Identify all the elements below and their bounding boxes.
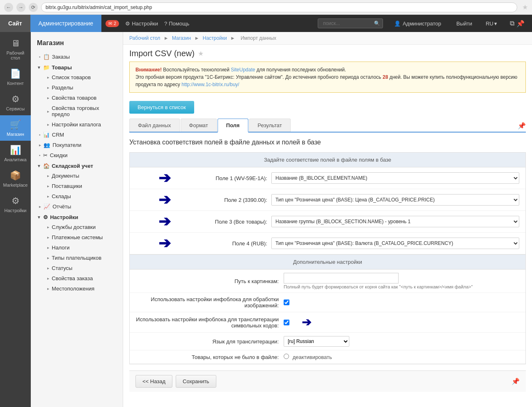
transliteration-lang-row: Язык для транслитерации: [ru] Russian xyxy=(130,333,525,350)
analytics-icon: 📊 xyxy=(10,145,21,155)
tab-file-data[interactable]: Файл данных xyxy=(129,119,180,132)
sidebar-section-products[interactable]: ▼ 📁 Товары xyxy=(31,62,123,72)
window-icon[interactable]: ⧉ xyxy=(510,20,514,27)
missing-items-radio[interactable] xyxy=(284,354,289,359)
field-select-3[interactable]: Название группы (B_IBLOCK_SECTION.NAME) … xyxy=(271,216,519,227)
browser-bar: ← → ⟳ ★ xyxy=(0,0,532,15)
sidebar-section-warehouse[interactable]: ▼ 🏠 Складской учет xyxy=(31,160,123,171)
sidebar-item-documents[interactable]: ▸ Документы xyxy=(45,171,123,181)
alert-title: Внимание! xyxy=(135,67,162,73)
sidebar-section-settings[interactable]: ▼ ⚙ Настройки xyxy=(31,212,123,222)
sidebar-item-taxes[interactable]: ▸ Налоги xyxy=(45,242,123,253)
tab-format[interactable]: Формат xyxy=(181,119,217,132)
images-path-hint: Полный путь будет формироваться от корня… xyxy=(284,284,473,289)
breadcrumb-settings[interactable]: Настройки xyxy=(203,35,227,41)
reports-icon: 📈 xyxy=(44,204,50,210)
images-path-input[interactable] xyxy=(284,273,399,284)
sidebar-item-product-props[interactable]: ▸ Свойства товаров xyxy=(45,93,123,103)
prev-button[interactable]: << Назад xyxy=(135,375,172,388)
sidebar-item-content[interactable]: 📄 Контент xyxy=(0,64,31,90)
field-select-2[interactable]: Тип цен "Розничная цена" (BASE): Цена (B… xyxy=(271,194,519,206)
refresh-button[interactable]: ⟳ xyxy=(29,3,38,12)
search-box[interactable]: 🔍 xyxy=(318,18,383,28)
site-tab[interactable]: Сайт xyxy=(0,15,30,32)
sidebar-item-services[interactable]: ⚙ Сервисы xyxy=(0,90,31,115)
language-selector[interactable]: RU ▾ xyxy=(482,21,500,27)
back-button[interactable]: ← xyxy=(4,3,13,12)
bookmark-star[interactable]: ★ xyxy=(522,3,528,11)
breadcrumb-desktop[interactable]: Рабочий стол xyxy=(129,35,160,41)
sidebar-item-payer-types[interactable]: ▸ Типы плательщиков xyxy=(45,253,123,263)
logout-button[interactable]: Выйти xyxy=(452,21,477,27)
sidebar-item-customers[interactable]: ▸ 👥 Покупатели xyxy=(31,140,123,150)
forward-button[interactable]: → xyxy=(16,3,25,12)
sidebar-item-crm[interactable]: ▪ 📊 CRM xyxy=(31,130,123,140)
text-sidebar: Магазин ▪ 📋 Заказы ▼ 📁 Товары ▸ Список т… xyxy=(31,32,123,407)
products-folder-icon: 📁 xyxy=(43,64,50,71)
alert-link1[interactable]: SiteUpdate xyxy=(231,67,255,73)
arrow-icon-3: ➔ xyxy=(158,214,171,229)
sidebar-item-reports[interactable]: ▸ 📈 Отчёты xyxy=(31,201,123,212)
settings-submenu: ▸ Службы доставки ▸ Платежные системы ▸ … xyxy=(31,222,123,294)
arrow-icon-2: ➔ xyxy=(158,192,171,207)
transliteration-lang-select[interactable]: [ru] Russian xyxy=(284,336,349,347)
crm-icon: 📊 xyxy=(43,132,50,138)
back-to-list-button[interactable]: Вернуться в список xyxy=(129,101,194,114)
sidebar-item-trade-props[interactable]: ▸ Свойства торговых предло xyxy=(45,103,123,119)
field-select-1[interactable]: Название (B_IBLOCK_ELEMENT.NAME) xyxy=(271,172,519,184)
warehouse-arrow-icon: ▼ xyxy=(37,164,41,168)
sidebar-item-settings[interactable]: ⚙ Настройки xyxy=(0,192,31,217)
pin-icon[interactable]: 📌 xyxy=(516,20,525,27)
mapping-header: Задайте соответствие полей в файле полям… xyxy=(130,153,525,167)
sidebar-item-statuses[interactable]: ▸ Статусы xyxy=(45,263,123,273)
bottom-pin-icon: 📌 xyxy=(511,377,520,385)
sidebar-item-marketplace[interactable]: 📦 Marketplace xyxy=(0,166,31,192)
sidebar-item-analytics[interactable]: 📊 Аналитика xyxy=(0,141,31,166)
images-path-label: Путь к картинкам: xyxy=(136,278,284,284)
sidebar-item-store[interactable]: 🛒 Магазин xyxy=(0,115,31,141)
bullet: ▸ xyxy=(47,109,49,114)
url-bar[interactable] xyxy=(41,2,517,12)
sidebar-item-catalog-settings[interactable]: ▸ Настройки каталога xyxy=(45,119,123,130)
sidebar-item-delivery[interactable]: ▸ Службы доставки xyxy=(45,222,123,232)
sidebar-item-discounts[interactable]: ▪ ✂ Скидки xyxy=(31,150,123,160)
sidebar-item-suppliers[interactable]: ▸ Поставщики xyxy=(45,181,123,191)
missing-items-radio-label: деактивировать xyxy=(293,354,332,360)
sidebar-item-order-props[interactable]: ▸ Свойства заказа xyxy=(45,273,123,284)
admin-tab[interactable]: Администрирование xyxy=(30,15,102,32)
user-menu[interactable]: 👤 Администратор xyxy=(389,21,446,27)
sidebar-item-orders[interactable]: ▪ 📋 Заказы xyxy=(31,52,123,62)
use-iblock-images-checkbox[interactable] xyxy=(284,300,289,305)
search-input[interactable] xyxy=(321,20,374,27)
favorite-star[interactable]: ★ xyxy=(198,50,204,57)
tab-result[interactable]: Результат xyxy=(249,119,291,132)
breadcrumb-store[interactable]: Магазин xyxy=(172,35,191,41)
sidebar-item-warehouses[interactable]: ▸ Склады xyxy=(45,191,123,201)
tab-fields[interactable]: Поля xyxy=(218,119,248,133)
help-link[interactable]: ? Помощь xyxy=(164,21,189,27)
sidebar-item-desktop[interactable]: 🖥 Рабочий стол xyxy=(0,34,31,64)
missing-items-row: Товары, которых не было в файле: деактив… xyxy=(130,350,525,364)
bullet: ▸ xyxy=(47,184,49,188)
bullet: ▸ xyxy=(47,286,49,291)
bullet: ▸ xyxy=(47,85,49,90)
sidebar-item-sections[interactable]: ▸ Разделы xyxy=(45,82,123,93)
images-path-row: Путь к картинкам: Полный путь будет форм… xyxy=(130,270,525,293)
tabs: Файл данных Формат Поля Результат 📌 xyxy=(129,119,526,133)
main-content: Рабочий стол ► Магазин ► Настройки ► Имп… xyxy=(123,32,532,407)
products-arrow-icon: ▼ xyxy=(37,65,41,70)
top-nav: Сайт Администрирование ✉ 2 ⚙ Настройки ?… xyxy=(0,15,532,32)
use-iblock-transliteration-checkbox[interactable] xyxy=(284,320,289,325)
sidebar-item-locations[interactable]: ▸ Местоположения xyxy=(45,284,123,294)
settings-link[interactable]: ⚙ Настройки xyxy=(125,21,158,27)
notifications-badge[interactable]: ✉ 2 xyxy=(105,20,119,27)
field-select-4[interactable]: Тип цен "Розничная цена" (BASE): Валюта … xyxy=(271,238,519,249)
sidebar-item-payment[interactable]: ▸ Платежные системы xyxy=(45,232,123,242)
alert-link2[interactable]: http://www.1c-bitrix.ru/buy/ xyxy=(181,82,239,87)
bullet: ▸ xyxy=(47,245,49,250)
arrow-icon-1: ➔ xyxy=(158,171,171,185)
alert-box: Внимание! Воспользуйтесь технологией Sit… xyxy=(129,62,526,93)
icon-sidebar: 🖥 Рабочий стол 📄 Контент ⚙ Сервисы 🛒 Маг… xyxy=(0,32,31,407)
sidebar-item-product-list[interactable]: ▸ Список товаров xyxy=(45,72,123,82)
save-button[interactable]: Сохранить xyxy=(176,375,216,388)
